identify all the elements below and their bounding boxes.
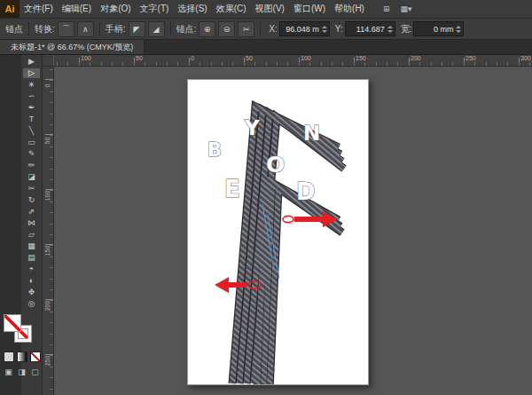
draw-normal-mode-icon[interactable]: ▣ <box>4 367 13 376</box>
magic-wand-tool-icon[interactable]: ∗ <box>23 80 40 90</box>
line-segment-tool-icon[interactable]: ╲ <box>23 126 40 136</box>
menu-bar: Ai 文件(F) 编辑(E) 对象(O) 文字(T) 选择(S) 效果(C) 视… <box>0 0 532 19</box>
ruler-number: 100 <box>44 191 51 201</box>
y-field: Y: 114.687 <box>335 21 395 36</box>
cut-path-button[interactable]: ✂ <box>238 21 254 37</box>
hand-tool-icon[interactable]: ✥ <box>23 288 40 297</box>
gradient-tool-icon[interactable]: ▤ <box>23 253 40 263</box>
menu-select[interactable]: 选择(S) <box>173 0 211 18</box>
free-transform-tool-icon[interactable]: ▱ <box>23 230 40 240</box>
menu-effect[interactable]: 效果(C) <box>212 0 251 18</box>
ruler-number: 0 <box>191 55 194 61</box>
ruler-number: 50 <box>246 55 253 61</box>
none-button[interactable] <box>30 352 41 362</box>
x-field-value[interactable]: 96.048 m <box>282 25 319 34</box>
tools-panel: ▶ ▷ ∗ ∽ ✒ T ╲ ▭ ✎ ✏ ◪ ✂ ↻ ⇗ ⋈ ▱ ▦ ▤ ◓ ◐ … <box>21 55 43 395</box>
width-field-value[interactable]: 0 mm <box>416 25 453 34</box>
add-anchor-button[interactable]: ⊕ <box>199 21 215 37</box>
convert-to-corner-button[interactable]: ∧ <box>77 21 94 37</box>
gradient-button[interactable] <box>17 352 27 362</box>
app-logo[interactable]: Ai <box>0 0 20 18</box>
eyedropper-tool-icon[interactable]: ◓ <box>23 265 40 274</box>
anchors-label: 锚点: <box>176 23 197 36</box>
menu-file[interactable]: 文件(F) <box>20 0 58 18</box>
rectangle-tool-icon[interactable]: ▭ <box>23 138 40 147</box>
ruler-number: 250 <box>44 356 51 367</box>
handles-label: 手柄: <box>106 23 126 36</box>
y-field-box: 114.687 <box>345 21 395 36</box>
color-button[interactable] <box>4 352 14 362</box>
color-type-row <box>4 352 41 362</box>
vertical-ruler[interactable]: 0 50 100 150 200 250 <box>43 66 54 395</box>
pencil-tool-icon[interactable]: ✏ <box>23 161 40 170</box>
ribbon-artwork[interactable] <box>232 107 344 384</box>
ruler-number: 300 <box>520 55 531 61</box>
red-ellipse-right[interactable] <box>283 216 293 222</box>
y-field-value[interactable]: 114.687 <box>348 25 385 34</box>
lasso-tool-icon[interactable]: ∽ <box>23 91 40 101</box>
letter-E[interactable]: E <box>224 176 240 202</box>
artboard[interactable]: B E Y O N D <box>187 79 369 385</box>
menu-type[interactable]: 文字(T) <box>136 0 174 18</box>
letter-B[interactable]: B <box>207 139 222 161</box>
ruler-number: 250 <box>466 55 476 61</box>
workspace-switcher-icon[interactable]: ▦▾ <box>400 4 411 13</box>
menu-object[interactable]: 对象(O) <box>96 0 135 18</box>
canvas-area[interactable]: B E Y O N D <box>53 66 532 395</box>
x-field-stepper[interactable] <box>322 26 327 33</box>
draw-mode-row: ▣ ◨ ▢ <box>4 367 40 376</box>
letter-D[interactable]: D <box>296 178 316 205</box>
menu-help[interactable]: 帮助(H) <box>330 0 369 18</box>
ruler-number: 50 <box>44 136 51 146</box>
ruler-origin-corner[interactable] <box>43 55 54 67</box>
zoom-tool-icon[interactable]: ◎ <box>23 299 40 309</box>
width-tool-icon[interactable]: ⋈ <box>23 218 40 228</box>
arrange-documents-icon[interactable]: ⊞ <box>383 4 390 13</box>
convert-to-smooth-button[interactable]: ⌒ <box>58 21 74 37</box>
x-field-box: 96.048 m <box>279 21 330 36</box>
menu-window[interactable]: 窗口(W) <box>289 0 330 18</box>
horizontal-ruler[interactable]: 100 50 0 50 100 150 200 250 300 <box>53 55 532 67</box>
convert-label: 转换: <box>35 23 55 36</box>
tool-list: ▶ ▷ ∗ ∽ ✒ T ╲ ▭ ✎ ✏ ◪ ✂ ↻ ⇗ ⋈ ▱ ▦ ▤ ◓ ◐ … <box>21 57 42 309</box>
separator <box>260 22 261 36</box>
rotate-tool-icon[interactable]: ↻ <box>23 195 40 205</box>
ruler-number: 150 <box>356 55 366 61</box>
direct-selection-tool-icon[interactable]: ▷ <box>23 68 40 78</box>
eraser-tool-icon[interactable]: ◪ <box>23 172 40 182</box>
blend-tool-icon[interactable]: ◐ <box>23 276 40 286</box>
letter-O[interactable]: O <box>266 152 285 178</box>
type-tool-icon[interactable]: T <box>23 115 40 124</box>
separator <box>99 22 100 36</box>
ruler-number: 200 <box>411 55 421 61</box>
letter-Y[interactable]: Y <box>244 116 260 139</box>
separator <box>28 22 29 36</box>
draw-behind-mode-icon[interactable]: ◨ <box>17 367 27 376</box>
menu-edit[interactable]: 编辑(E) <box>58 0 96 18</box>
remove-anchor-button[interactable]: ⊖ <box>218 21 235 37</box>
document-tab-bar: 未标题-1* @ 66.67% (CMYK/预览) <box>0 40 532 55</box>
scale-tool-icon[interactable]: ⇗ <box>23 207 40 217</box>
mesh-tool-icon[interactable]: ▦ <box>23 241 40 251</box>
letter-N[interactable]: N <box>303 122 320 145</box>
paintbrush-tool-icon[interactable]: ✎ <box>23 149 40 159</box>
fill-swatch[interactable] <box>4 314 21 332</box>
y-field-label: Y: <box>335 24 343 34</box>
ruler-number: 50 <box>136 55 143 61</box>
menu-view[interactable]: 视图(V) <box>251 0 289 18</box>
document-tab[interactable]: 未标题-1* @ 66.67% (CMYK/预览) <box>0 40 145 54</box>
show-handles-button[interactable]: ◤ <box>129 21 145 37</box>
pen-tool-icon[interactable]: ✒ <box>23 103 40 113</box>
ruler-number: 150 <box>44 246 51 257</box>
selection-tool-icon[interactable]: ▶ <box>23 57 40 67</box>
hide-handles-button[interactable]: ◢ <box>148 21 165 37</box>
screen-mode-icon[interactable]: ▢ <box>30 367 40 376</box>
width-field-box: 0 mm <box>413 21 464 36</box>
scissors-tool-icon[interactable]: ✂ <box>23 184 40 194</box>
y-field-stepper[interactable] <box>387 26 393 33</box>
fill-stroke-widget <box>4 314 37 346</box>
width-field-stepper[interactable] <box>456 26 461 33</box>
ruler-number: 100 <box>81 55 91 61</box>
x-field-label: X: <box>269 24 277 34</box>
width-field: 宽: 0 mm <box>401 21 465 36</box>
